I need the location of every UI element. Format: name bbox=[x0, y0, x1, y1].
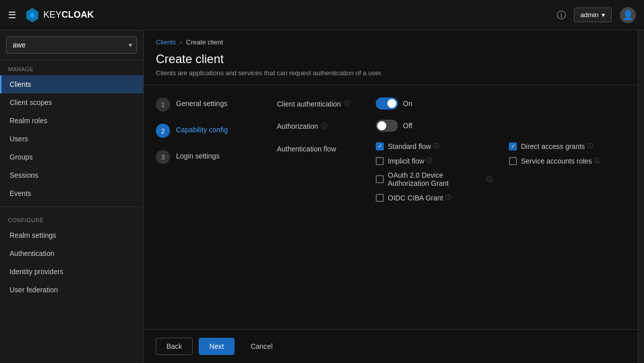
direct-access-grants-label: Direct access grants ⓘ bbox=[521, 142, 593, 150]
flow-item-service-accounts: Service accounts roles ⓘ bbox=[509, 157, 626, 165]
manage-section-label: Manage bbox=[0, 60, 143, 75]
sidebar-item-realm-roles[interactable]: Realm roles bbox=[0, 112, 143, 130]
step-2-label: Capability config bbox=[176, 124, 228, 134]
step-1: 1 General settings bbox=[156, 97, 257, 112]
breadcrumb-separator: › bbox=[180, 38, 182, 46]
authorization-state: Off bbox=[403, 122, 412, 130]
sidebar-item-label: Realm roles bbox=[10, 117, 47, 125]
authorization-toggle[interactable] bbox=[376, 120, 398, 132]
flow-item-empty bbox=[509, 171, 626, 187]
step-3-label: Login settings bbox=[176, 150, 219, 160]
authentication-flow-row: Authentication flow Standard flow ⓘ bbox=[277, 142, 626, 202]
next-button[interactable]: Next bbox=[199, 338, 235, 355]
sidebar-item-identity-providers[interactable]: Identity providers bbox=[0, 263, 143, 281]
implicit-flow-checkbox[interactable] bbox=[376, 157, 384, 165]
step-2-number: 2 bbox=[156, 124, 170, 138]
admin-label: admin bbox=[580, 11, 599, 19]
sidebar-divider bbox=[0, 206, 143, 207]
client-authentication-label: Client authentication ⓘ bbox=[277, 97, 368, 108]
client-authentication-toggle[interactable] bbox=[376, 97, 398, 110]
sidebar-item-user-federation[interactable]: User federation bbox=[0, 281, 143, 299]
logo: KEYCLOAK bbox=[24, 7, 557, 23]
sidebar-item-label: User federation bbox=[10, 286, 58, 294]
authorization-label: Authorization ⓘ bbox=[277, 120, 368, 130]
step-3-number: 3 bbox=[156, 150, 170, 164]
realm-select[interactable]: awe bbox=[6, 36, 137, 54]
flow-item-implicit-flow: Implicit flow ⓘ bbox=[376, 157, 493, 165]
step-3: 3 Login settings bbox=[156, 150, 257, 164]
flow-item-direct-access: Direct access grants ⓘ bbox=[509, 142, 626, 150]
step-1-label: General settings bbox=[176, 97, 227, 108]
steps-panel: 1 General settings 2 Capability config 3… bbox=[156, 97, 257, 317]
oauth-device-label: OAuth 2.0 Device Authorization Grant ⓘ bbox=[388, 171, 493, 187]
service-accounts-roles-help-icon[interactable]: ⓘ bbox=[594, 157, 600, 165]
sidebar-item-authentication[interactable]: Authentication bbox=[0, 244, 143, 263]
oidc-ciba-help-icon[interactable]: ⓘ bbox=[445, 193, 451, 202]
navbar-right: ⓘ admin ▾ 👤 bbox=[557, 7, 636, 23]
breadcrumb-clients-link[interactable]: Clients bbox=[156, 38, 176, 46]
oauth-device-help-icon[interactable]: ⓘ bbox=[487, 175, 493, 184]
standard-flow-help-icon[interactable]: ⓘ bbox=[433, 142, 439, 150]
sidebar-item-label: Groups bbox=[10, 153, 33, 161]
oauth-device-checkbox[interactable] bbox=[376, 175, 384, 183]
admin-menu-button[interactable]: admin ▾ bbox=[574, 8, 612, 22]
authorization-control: Off bbox=[376, 120, 412, 132]
oidc-ciba-label: OIDC CIBA Grant ⓘ bbox=[388, 193, 451, 202]
scrollbar-track[interactable] bbox=[638, 30, 644, 363]
sidebar-item-label: Realm settings bbox=[10, 231, 56, 239]
client-authentication-help-icon[interactable]: ⓘ bbox=[344, 99, 350, 108]
implicit-flow-help-icon[interactable]: ⓘ bbox=[426, 157, 432, 165]
sidebar-item-label: Sessions bbox=[10, 171, 38, 179]
oidc-ciba-checkbox[interactable] bbox=[376, 194, 384, 202]
breadcrumb-current: Create client bbox=[186, 38, 223, 46]
client-authentication-control: On bbox=[376, 97, 413, 110]
service-accounts-roles-label: Service accounts roles ⓘ bbox=[521, 157, 600, 165]
realm-selector[interactable]: awe bbox=[0, 30, 143, 60]
sidebar-item-client-scopes[interactable]: Client scopes bbox=[0, 93, 143, 112]
sidebar-item-label: Authentication bbox=[10, 249, 54, 257]
breadcrumb: Clients › Create client bbox=[144, 30, 638, 46]
step-1-number: 1 bbox=[156, 97, 170, 112]
back-button[interactable]: Back bbox=[156, 338, 193, 355]
logo-text: KEYCLOAK bbox=[43, 10, 94, 20]
page-subtitle: Clients are applications and services th… bbox=[156, 69, 626, 77]
sidebar-item-label: Users bbox=[10, 135, 28, 143]
sidebar-item-label: Events bbox=[10, 189, 31, 197]
standard-flow-checkbox[interactable] bbox=[376, 142, 384, 150]
content-area: Clients › Create client Create client Cl… bbox=[144, 30, 638, 363]
flow-item-standard-flow: Standard flow ⓘ bbox=[376, 142, 493, 150]
sidebar-item-label: Clients bbox=[10, 80, 31, 88]
chevron-down-icon: ▾ bbox=[602, 11, 605, 19]
sidebar-item-groups[interactable]: Groups bbox=[0, 148, 143, 166]
standard-flow-label: Standard flow ⓘ bbox=[388, 142, 439, 150]
flow-item-oidc-ciba: OIDC CIBA Grant ⓘ bbox=[376, 193, 493, 202]
implicit-flow-label: Implicit flow ⓘ bbox=[388, 157, 432, 165]
authorization-help-icon[interactable]: ⓘ bbox=[321, 122, 327, 130]
flow-item-oauth-device: OAuth 2.0 Device Authorization Grant ⓘ bbox=[376, 171, 493, 187]
step-2: 2 Capability config bbox=[156, 124, 257, 138]
sidebar-item-users[interactable]: Users bbox=[0, 130, 143, 148]
avatar[interactable]: 👤 bbox=[620, 7, 636, 23]
direct-access-grants-help-icon[interactable]: ⓘ bbox=[587, 142, 593, 150]
sidebar-item-sessions[interactable]: Sessions bbox=[0, 166, 143, 184]
navbar: ☰ KEYCLOAK ⓘ admin ▾ 👤 bbox=[0, 0, 644, 30]
wizard-body: 1 General settings 2 Capability config 3… bbox=[144, 85, 638, 329]
service-accounts-roles-checkbox[interactable] bbox=[509, 157, 517, 165]
config-panel: Client authentication ⓘ On Authoriza bbox=[277, 97, 626, 317]
sidebar: awe Manage Clients Client scopes Realm r… bbox=[0, 30, 144, 363]
keycloak-logo-icon bbox=[24, 7, 40, 23]
cancel-button[interactable]: Cancel bbox=[241, 338, 283, 354]
help-icon[interactable]: ⓘ bbox=[557, 9, 566, 21]
authorization-row: Authorization ⓘ Off bbox=[277, 120, 626, 132]
hamburger-menu[interactable]: ☰ bbox=[8, 10, 16, 21]
authentication-flow-grid: Standard flow ⓘ Direct access grants ⓘ bbox=[376, 142, 626, 202]
authentication-flow-label: Authentication flow bbox=[277, 142, 368, 153]
sidebar-item-label: Identity providers bbox=[10, 268, 64, 276]
direct-access-grants-checkbox[interactable] bbox=[509, 142, 517, 150]
sidebar-item-events[interactable]: Events bbox=[0, 184, 143, 202]
sidebar-item-label: Client scopes bbox=[10, 98, 52, 107]
sidebar-item-clients[interactable]: Clients bbox=[0, 75, 143, 93]
client-authentication-state: On bbox=[403, 99, 413, 108]
sidebar-item-realm-settings[interactable]: Realm settings bbox=[0, 226, 143, 244]
page-title: Create client bbox=[156, 52, 626, 66]
